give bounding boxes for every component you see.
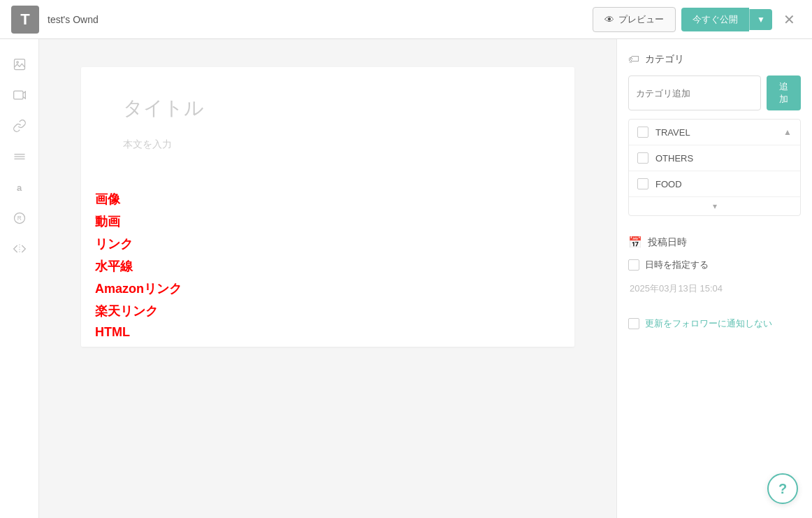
- toolbar-item-hr[interactable]: [6, 143, 34, 171]
- html-label-text: HTML: [95, 325, 130, 340]
- category-checkbox-food[interactable]: [637, 178, 648, 189]
- category-section: 🏷 カテゴリ 追加 TRAVEL ▲ OTHERS: [628, 53, 801, 216]
- notification-label: 更新をフォロワーに通知しない: [645, 317, 772, 330]
- date-section: 📅 投稿日時 日時を指定する 2025年03月13日 15:04: [628, 236, 801, 298]
- specify-date-label: 日時を指定する: [645, 259, 709, 271]
- rakuten-icon: R: [13, 211, 27, 225]
- toolbar-label-amazon[interactable]: Amazonリンク: [95, 279, 182, 298]
- calendar-icon: 📅: [628, 236, 642, 249]
- video-icon: [13, 88, 27, 102]
- category-name-travel: TRAVEL: [655, 127, 776, 138]
- toolbar-label-link[interactable]: リンク: [95, 234, 182, 254]
- tag-icon: 🏷: [628, 53, 639, 66]
- svg-point-1: [16, 62, 17, 64]
- header-right: 👁 プレビュー 今すぐ公開 ▼ ✕: [593, 7, 801, 32]
- sidebar: 🏷 カテゴリ 追加 TRAVEL ▲ OTHERS: [616, 39, 812, 518]
- image-icon: [13, 57, 27, 71]
- editor-area: タイトル 本文を入力 画像 動画 リンク 水平線 Amazonリンク 楽天リンク: [39, 39, 616, 518]
- toolbar-label-rakuten[interactable]: 楽天リンク: [95, 301, 182, 321]
- toolbar-labels-overlay: 画像 動画 リンク 水平線 Amazonリンク 楽天リンク HTML: [95, 189, 182, 341]
- left-toolbar: a R: [0, 39, 39, 518]
- notification-checkbox[interactable]: [628, 318, 639, 329]
- category-checkbox-others[interactable]: [637, 152, 648, 164]
- main-layout: a R タイトル 本文を入力 画像: [0, 39, 812, 518]
- category-section-label: カテゴリ: [645, 53, 684, 66]
- toolbar-label-hr[interactable]: 水平線: [95, 257, 182, 276]
- toolbar-item-image[interactable]: [6, 50, 34, 78]
- editor-title[interactable]: タイトル: [123, 95, 532, 122]
- specify-date-checkbox[interactable]: [628, 259, 639, 271]
- html-icon: [13, 242, 27, 256]
- date-display: 2025年03月13日 15:04: [628, 280, 801, 298]
- toolbar-item-link[interactable]: [6, 112, 34, 140]
- toolbar-item-html[interactable]: [6, 235, 34, 263]
- site-logo: T: [11, 6, 39, 34]
- video-label-text: 動画: [95, 213, 120, 230]
- header: T test's Ownd 👁 プレビュー 今すぐ公開 ▼ ✕: [0, 0, 812, 39]
- eye-icon: 👁: [604, 14, 614, 25]
- preview-button[interactable]: 👁 プレビュー: [593, 7, 676, 32]
- svg-rect-0: [14, 59, 24, 70]
- toolbar-label-html[interactable]: HTML: [95, 324, 182, 341]
- category-item-food: FOOD: [629, 171, 800, 197]
- category-item-travel: TRAVEL ▲: [629, 120, 800, 145]
- category-input[interactable]: [628, 75, 761, 110]
- hr-label-text: 水平線: [95, 258, 133, 275]
- category-checkbox-travel[interactable]: [637, 127, 648, 138]
- link-label-text: リンク: [95, 236, 133, 252]
- link-icon: [13, 119, 27, 133]
- category-item-others: OTHERS: [629, 145, 800, 171]
- toolbar-label-image[interactable]: 画像: [95, 189, 182, 209]
- publish-dropdown-button[interactable]: ▼: [749, 9, 772, 30]
- publish-button[interactable]: 今すぐ公開: [681, 8, 749, 31]
- specify-date-row: 日時を指定する: [628, 259, 801, 271]
- amazon-label-text: Amazonリンク: [95, 280, 182, 297]
- toolbar-item-video[interactable]: [6, 81, 34, 109]
- notification-row: 更新をフォロワーに通知しない: [628, 317, 801, 330]
- add-category-button[interactable]: 追加: [767, 75, 801, 110]
- date-section-label: 投稿日時: [648, 236, 687, 249]
- category-section-header: 🏷 カテゴリ: [628, 53, 801, 66]
- help-button[interactable]: ?: [767, 473, 798, 504]
- publish-button-group: 今すぐ公開 ▼: [681, 8, 772, 31]
- svg-text:R: R: [17, 215, 21, 222]
- category-scroll-down[interactable]: ▾: [629, 197, 800, 215]
- toolbar-label-video[interactable]: 動画: [95, 212, 182, 231]
- toolbar-item-amazon[interactable]: a: [6, 173, 34, 201]
- amazon-icon: a: [17, 182, 22, 193]
- svg-rect-2: [13, 91, 22, 99]
- hr-icon: [13, 150, 27, 164]
- category-name-food: FOOD: [655, 179, 792, 189]
- category-up-arrow-travel[interactable]: ▲: [783, 127, 792, 137]
- rakuten-label-text: 楽天リンク: [95, 303, 158, 319]
- editor-body[interactable]: 本文を入力: [123, 138, 532, 151]
- image-label-text: 画像: [95, 191, 120, 208]
- category-list: TRAVEL ▲ OTHERS FOOD ▾: [628, 119, 801, 216]
- toolbar-item-rakuten[interactable]: R: [6, 204, 34, 232]
- header-left: T test's Ownd: [11, 6, 99, 34]
- preview-label: プレビュー: [618, 13, 664, 26]
- date-section-header: 📅 投稿日時: [628, 236, 801, 249]
- site-title: test's Ownd: [48, 14, 99, 25]
- category-name-others: OTHERS: [655, 153, 792, 164]
- close-button[interactable]: ✕: [778, 8, 801, 31]
- category-input-row: 追加: [628, 75, 801, 110]
